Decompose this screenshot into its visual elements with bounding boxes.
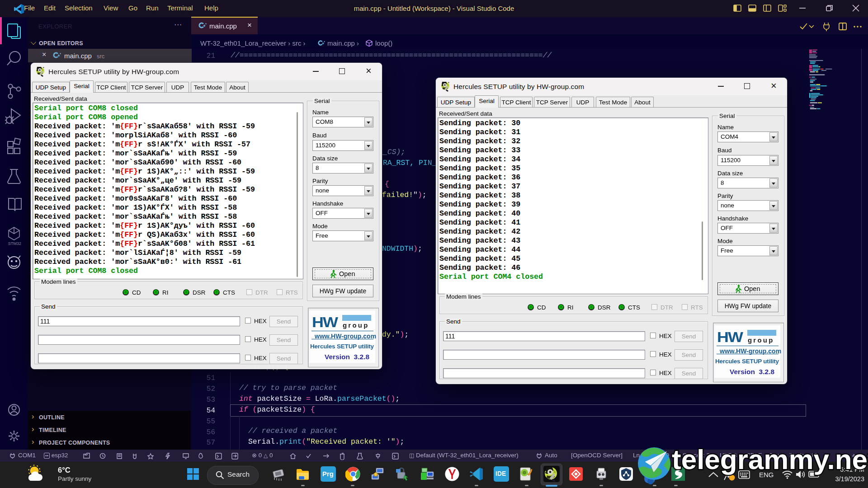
svg-text:STM32: STM32 <box>8 241 21 246</box>
